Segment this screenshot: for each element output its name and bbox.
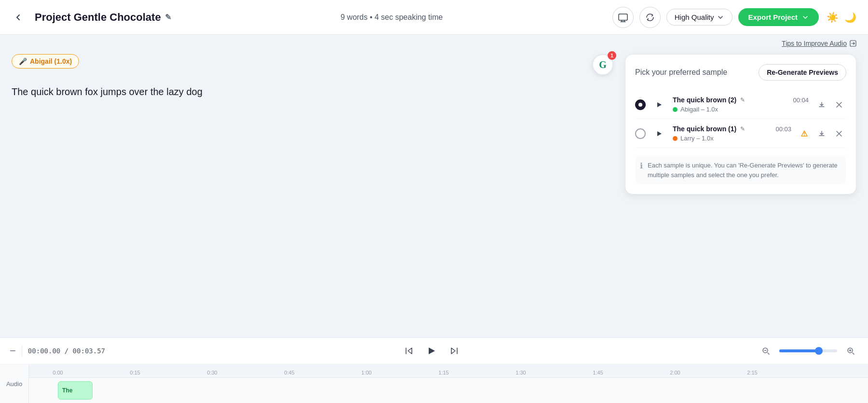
- track-area: Audio 0:00 0:15 0:30 0:45 1:00 1:15 1:30…: [0, 364, 868, 403]
- download-btn-2[interactable]: [814, 126, 829, 141]
- sample-sub-row-1: Abigail – 1.0x: [673, 106, 809, 113]
- zoom-bar[interactable]: [779, 349, 837, 352]
- ruler-mark-100: 1:00: [361, 370, 371, 375]
- audio-block[interactable]: The: [58, 381, 93, 400]
- sample-voice-1: Abigail – 1.0x: [680, 106, 718, 113]
- sample-title-row-2: The quick brown (1) ✎ 00:03: [673, 125, 791, 133]
- time-current: 00:00.00: [28, 347, 60, 355]
- ruler-mark-15: 0:15: [130, 370, 140, 375]
- sample-radio-1[interactable]: [635, 99, 646, 110]
- divider: [22, 345, 22, 357]
- moon-icon[interactable]: 🌙: [842, 10, 858, 25]
- mic-icon: 🎤: [19, 57, 27, 65]
- main-content: 🎤 Abigail (1.0x) The quick brown fox jum…: [0, 49, 868, 337]
- ruler-mark-130: 1:30: [515, 370, 526, 375]
- tips-link[interactable]: Tips to Improve Audio: [782, 40, 856, 47]
- zoom-out-button[interactable]: [758, 343, 773, 359]
- time-separator: /: [65, 347, 73, 355]
- timeline-controls: − 00:00.00 / 00:03.57: [0, 338, 868, 364]
- close-btn-1[interactable]: [832, 97, 846, 112]
- warning-btn-2[interactable]: [797, 126, 812, 141]
- ruler-mark-115: 1:15: [438, 370, 448, 375]
- sample-duration-1: 00:04: [793, 97, 809, 104]
- timeline-container: − 00:00.00 / 00:03.57: [0, 337, 868, 403]
- ruler-mark-200: 2:00: [670, 370, 680, 375]
- ruler-mark-145: 1:45: [593, 370, 603, 375]
- tips-link-text: Tips to Improve Audio: [782, 40, 847, 47]
- sample-actions-1: [814, 97, 846, 112]
- zoom-minus-button[interactable]: −: [10, 345, 16, 357]
- sample-info-2: The quick brown (1) ✎ 00:03 Larry – 1.0x: [673, 125, 791, 142]
- sample-sub-row-2: Larry – 1.0x: [673, 135, 791, 142]
- sample-panel: Pick your preferred sample Re-Generate P…: [625, 54, 856, 195]
- sample-item-2: The quick brown (1) ✎ 00:03 Larry – 1.0x: [635, 119, 846, 148]
- editor-text[interactable]: The quick brown fox jumps over the lazy …: [12, 80, 613, 103]
- back-button[interactable]: [10, 9, 27, 26]
- sample-radio-2[interactable]: [635, 128, 646, 139]
- track-timeline: 0:00 0:15 0:30 0:45 1:00 1:15 1:30 1:45 …: [29, 364, 868, 403]
- timeline-time: 00:00.00 / 00:03.57: [28, 347, 105, 355]
- radio-inner: [638, 103, 642, 107]
- sample-voice-2: Larry – 1.0x: [680, 135, 714, 142]
- sample-info-1: The quick brown (2) ✎ 00:04 Abigail – 1.…: [673, 96, 809, 113]
- export-label: Export Project: [748, 13, 798, 21]
- voice-tag-label: Abigail (1.0x): [30, 57, 72, 65]
- zoom-in-button[interactable]: [843, 343, 858, 359]
- sample-title-row-1: The quick brown (2) ✎ 00:04: [673, 96, 809, 104]
- block-text: The: [62, 387, 72, 394]
- refresh-button[interactable]: [639, 7, 661, 28]
- track-label: Audio: [0, 364, 29, 403]
- play-pause-button[interactable]: [422, 342, 441, 360]
- sample-title-1: The quick brown (2): [673, 96, 736, 104]
- svg-rect-0: [619, 14, 627, 20]
- sample-panel-title: Pick your preferred sample: [635, 68, 727, 77]
- time-total: 00:03.57: [73, 347, 105, 355]
- zoom-thumb[interactable]: [815, 347, 823, 355]
- sample-title-2: The quick brown (1): [673, 125, 736, 133]
- ruler-mark-30: 0:30: [207, 370, 217, 375]
- sample-note: ℹ Each sample is unique. You can 'Re-Gen…: [635, 156, 846, 184]
- theme-toggle: ☀️ 🌙: [825, 10, 858, 25]
- ruler-mark-0: 0:00: [53, 370, 63, 375]
- zoom-fill: [779, 349, 820, 352]
- ruler-mark-215: 2:15: [747, 370, 757, 375]
- sample-edit-icon-2[interactable]: ✎: [740, 125, 745, 132]
- stats-text: 9 words • 4 sec speaking time: [340, 13, 443, 22]
- dot-green-1: [673, 107, 678, 112]
- info-icon: ℹ: [640, 161, 643, 180]
- tips-bar: Tips to Improve Audio: [0, 35, 868, 49]
- track-ruler: 0:00 0:15 0:30 0:45 1:00 1:15 1:30 1:45 …: [29, 364, 868, 378]
- voice-tag[interactable]: 🎤 Abigail (1.0x): [12, 54, 79, 69]
- sample-item: The quick brown (2) ✎ 00:04 Abigail – 1.…: [635, 90, 846, 119]
- screen-button[interactable]: [612, 7, 634, 28]
- regen-button[interactable]: Re-Generate Previews: [759, 64, 846, 81]
- sample-panel-header: Pick your preferred sample Re-Generate P…: [635, 64, 846, 81]
- sample-edit-icon-1[interactable]: ✎: [740, 97, 745, 103]
- ruler-mark-45: 0:45: [284, 370, 294, 375]
- skip-back-button[interactable]: [401, 343, 417, 359]
- close-btn-2[interactable]: [832, 126, 846, 141]
- sample-play-1[interactable]: [651, 97, 667, 112]
- grammarly-badge: 1: [608, 51, 616, 60]
- export-button[interactable]: Export Project: [738, 8, 819, 26]
- edit-title-icon[interactable]: ✎: [165, 13, 171, 22]
- header-stats: 9 words • 4 sec speaking time: [179, 13, 605, 22]
- header: Project Gentle Chocolate ✎ 9 words • 4 s…: [0, 0, 868, 35]
- sample-play-2[interactable]: [651, 126, 667, 141]
- project-title: Project Gentle Chocolate ✎: [35, 11, 171, 24]
- project-title-text: Project Gentle Chocolate: [35, 11, 161, 24]
- download-btn-1[interactable]: [814, 97, 829, 112]
- skip-forward-button[interactable]: [447, 343, 462, 359]
- sample-duration-2: 00:03: [775, 125, 791, 133]
- header-right: High Quality Export Project ☀️ 🌙: [612, 7, 858, 28]
- sample-note-text: Each sample is unique. You can 'Re-Gener…: [648, 161, 841, 180]
- quality-dropdown[interactable]: High Quality: [666, 9, 733, 26]
- track-blocks: The: [29, 378, 868, 403]
- sample-actions-2: [797, 126, 846, 141]
- sun-icon[interactable]: ☀️: [825, 10, 841, 25]
- editor-area: 🎤 Abigail (1.0x) The quick brown fox jum…: [12, 54, 613, 337]
- dot-orange-2: [673, 136, 678, 141]
- quality-label: High Quality: [675, 13, 714, 21]
